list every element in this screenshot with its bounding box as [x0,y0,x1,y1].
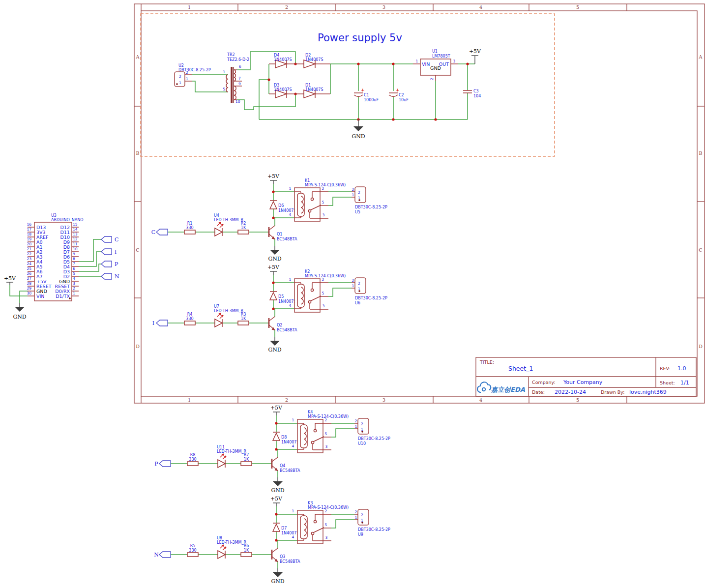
pin-number-4: 4 [73,276,75,281]
base-resistor[interactable]: R6 1K [241,544,252,557]
frame-column-label: 5 [576,4,579,10]
input-resistor[interactable]: R5 330 [187,544,198,557]
connector-inner-1: 1 [358,196,360,200]
psu-power-flag: +5V [469,48,481,64]
net-flag-label: N [115,273,119,280]
net-flag[interactable]: I [152,320,168,326]
diode-ref: D8 [281,435,287,440]
date-label: Date: [532,389,545,395]
resistor-ref: R2 [241,221,246,226]
diode-ref: D5 [278,294,284,299]
u1-pin-3: 3 [453,59,456,63]
relay[interactable]: 1 4 2 5 3 K2 MPA-S-124-C(0.36W) [289,269,346,312]
diode-ref: D6 [278,204,284,208]
connector-pin-2: 2 [352,278,354,283]
connector-inner-1: 1 [361,427,363,432]
gnd-label: GND [268,256,281,262]
sheet-title: Sheet_1 [508,365,533,372]
output-connector[interactable]: 2 1 2 1 DBT30C-8.25-2P U10 [354,418,390,446]
capacitor-c2[interactable]: + C2 10uF [389,88,409,102]
net-flag-icon [159,552,171,558]
led-ref: U11 [217,445,225,449]
net-flag-C[interactable]: C [101,236,118,243]
transistor[interactable]: Q4 BC548BTA [272,457,300,473]
connector-part: DBT30C-8.25-2P [358,437,390,441]
relay-ref: K3 [308,501,313,505]
capacitor-c1[interactable]: + C1 1000uF [354,88,379,102]
transistor[interactable]: Q1 BC548BTA [269,226,297,241]
relay-pin-4: 4 [292,535,294,539]
pin-label-D1/TX: D1/TX [56,294,70,299]
transistor-ref: Q2 [277,323,282,327]
led-part: LED-TH-3MM_R [214,309,244,313]
resistor-ref: R8 [190,453,196,457]
diode-part: 1N4007S [281,531,299,535]
tr2-pin-10: 10 [235,99,240,104]
resistor-value: 1K [241,226,246,230]
relay[interactable]: 1 4 2 5 3 K1 MPA-S-124-C(0.36W) [289,178,346,221]
led[interactable]: U7 LED-TH-3MM_R [214,304,244,327]
relay-pin-5: 5 [325,432,327,436]
base-resistor[interactable]: R2 1K [238,221,249,234]
net-flag-I[interactable]: I [101,249,117,255]
ground: GND [271,568,284,585]
input-resistor[interactable]: R1 330 [184,221,195,234]
frame-row-label: C [699,247,702,253]
led[interactable]: U11 LED-TH-3MM_R [217,445,247,468]
net-flag[interactable]: C [151,229,168,235]
transformer-tr2[interactable]: 1 5 6 7 9 10 TR2 TEZ2.6-D-2 [223,53,249,104]
diode-d4[interactable]: D4 1N4007S [269,53,295,68]
d4-part: 1N4007S [274,58,292,62]
tr2-pin-6: 6 [239,64,241,69]
net-flag-icon [159,461,171,467]
input-resistor[interactable]: R8 330 [187,453,198,466]
input-resistor[interactable]: R4 330 [184,312,195,325]
ground: GND [268,246,281,262]
output-connector[interactable]: 2 1 2 1 DBT30C-8.25-2P U5 [352,187,387,214]
diode-d3[interactable]: D3 1N4007S [269,83,295,98]
capacitor-c3[interactable]: C3 104 [463,89,481,98]
u1-ref: U1 [432,49,438,54]
d1-part: 1N4007S [305,88,323,92]
drawn-by-value: love.night369 [629,389,667,395]
relay-part: MPA-S-124-C(0.36W) [305,274,346,278]
frame-row-label: C [136,247,139,253]
connector-ref: U6 [355,301,360,305]
c1-plus: + [361,88,365,92]
connector-pin-1: 1 [355,515,357,520]
net-flag[interactable]: P [154,461,171,467]
flyback-diode[interactable]: D8 1N4007S [273,432,299,444]
transistor[interactable]: Q2 BC548BTA [269,317,297,332]
relay[interactable]: 1 4 2 5 3 K3 MPA-S-124-C(0.36W) [292,501,349,544]
flyback-diode[interactable]: D6 1N4007S [270,201,296,213]
net-flag[interactable]: N [154,552,171,558]
pin-number-12: 12 [73,237,78,241]
arduino-nano[interactable]: U3 ARDUINO_NANO 16D13173V318AREF19A020A1… [4,213,119,320]
pin1-marker [176,83,178,85]
plus5v-label: +5V [267,264,280,270]
output-connector[interactable]: 2 1 2 1 DBT30C-8.25-2P U6 [352,278,387,305]
diode-d1[interactable]: D1 1N4007S [295,83,330,98]
transistor[interactable]: Q3 BC548BTA [272,548,300,564]
pin-number-24: 24 [27,262,31,266]
base-resistor[interactable]: R3 1K [238,312,249,325]
transistor-part: BC548BTA [277,237,297,241]
frame-row-label: D [136,344,140,349]
led[interactable]: U4 LED-TH-3MM_R [214,213,244,236]
net-flag-N[interactable]: N [101,273,119,280]
pin-number-9: 9 [73,252,75,256]
led[interactable]: U8 LED-TH-3MM_R [217,536,247,559]
relay[interactable]: 1 4 2 5 3 K4 MPA-S-124-C(0.36W) [292,410,349,453]
pin-number-28: 28 [27,281,31,286]
led-ref: U4 [214,213,219,218]
frame-column-label: 3 [382,4,385,10]
led-emission-icon [217,222,223,228]
flyback-diode[interactable]: D5 1N4007S [270,292,296,304]
output-connector[interactable]: 2 1 2 1 DBT30C-8.25-2P U9 [354,509,390,537]
ground-icon [270,250,280,255]
flyback-diode[interactable]: D7 1N4007S [273,523,299,535]
regulator-u1[interactable]: 1 3 2 VIN OUT GND U1 LM7805T [413,49,458,81]
net-flag-P[interactable]: P [101,261,118,267]
diode-d2[interactable]: D2 1N4007S [295,53,330,68]
base-resistor[interactable]: R7 1K [241,453,252,466]
